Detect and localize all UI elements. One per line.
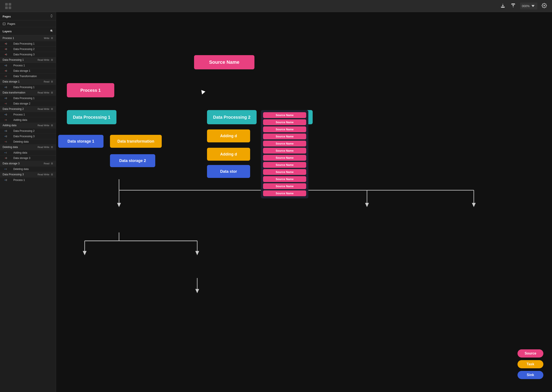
export2-button[interactable] (510, 2, 517, 10)
dropdown-item[interactable]: Source Name (263, 162, 306, 168)
layer-group-dp3-name: Data Processing 3 (3, 173, 24, 176)
layer-item[interactable]: Data Transformation (0, 73, 56, 79)
pages-item[interactable]: Pages (0, 21, 56, 27)
layer-item[interactable]: Data Processing 2 (0, 46, 56, 52)
layer-item[interactable]: Data Processing 2 (0, 128, 56, 133)
layer-item[interactable]: Data Processing 3 (0, 52, 56, 57)
dropdown-item[interactable]: Source Name (263, 141, 306, 147)
dropdown-item[interactable]: Source Name (263, 133, 306, 139)
svg-rect-3 (9, 7, 11, 9)
dropdown-item[interactable]: Source Name (263, 155, 306, 161)
layer-group-process1[interactable]: Process 1 Write (0, 35, 56, 41)
layer-group-process1-name: Process 1 (3, 37, 14, 40)
layer-item[interactable]: Deleting data (0, 166, 56, 172)
dp1-node: Data Processing 1 (67, 110, 116, 124)
canvas: Source Name Process 1 Data Processing 1 … (56, 12, 552, 392)
source-dropdown: Source Name Source Name Source Name Sour… (261, 110, 308, 198)
collapse-pages-button[interactable] (50, 14, 53, 19)
addingd1-node: Adding d (207, 129, 250, 142)
layer-group-dataprocessing1[interactable]: Data Processing 1 Read Write (0, 57, 56, 63)
pages-item-label: Pages (7, 22, 15, 25)
layer-group-deletingdata[interactable]: Deleting data Read Write (0, 144, 56, 150)
datastorage1-node: Data storage 1 (58, 135, 103, 148)
dropdown-item[interactable]: Source Name (263, 176, 306, 182)
layer-group-dp2-badge: Read Write (37, 108, 53, 110)
svg-rect-7 (6, 54, 7, 55)
layer-group-process1-badge: Write (44, 37, 53, 39)
zoom-display[interactable]: 000% (520, 3, 537, 9)
topbar: 000% (0, 0, 552, 12)
layer-item[interactable]: Data storage 2 (0, 101, 56, 106)
legend-task: Task (517, 360, 543, 368)
legend: Source Task Sink (517, 349, 543, 379)
svg-rect-12 (6, 114, 7, 115)
layer-item-dp3: Data Processing 3 (13, 53, 53, 56)
svg-rect-13 (6, 130, 7, 132)
layer-group-dp2[interactable]: Data Processing 2 Read Write (0, 106, 56, 112)
dropdown-item[interactable]: Source Name (263, 169, 306, 175)
layer-item[interactable]: Process 1 (0, 177, 56, 183)
diagram: Source Name Process 1 Data Processing 1 … (56, 12, 552, 392)
layer-group-dt-badge: Read Write (37, 91, 53, 94)
layer-item-dp2: Data Processing 2 (13, 48, 53, 51)
layer-item-process1c: Process 1 (13, 179, 53, 182)
layer-item-datatransform: Data Transformation (13, 75, 53, 78)
layer-group-dd-name: Deleting data (3, 146, 18, 149)
dropdown-item[interactable]: Source Name (263, 190, 306, 196)
svg-rect-14 (6, 136, 7, 137)
layer-item-dp1c: Data Processing 1 (13, 97, 53, 100)
datatransform-node: Data transformation (110, 135, 162, 148)
zoom-value: 000% (522, 4, 530, 8)
layer-group-datastorage1[interactable]: Data storage 1 Read (0, 79, 56, 84)
layer-group-addingdata[interactable]: Adding data Read Write (0, 123, 56, 128)
svg-rect-11 (6, 98, 7, 99)
layer-item[interactable]: Adding data (0, 117, 56, 123)
layer-item-datastorage3: Data storage 3 (13, 157, 53, 160)
layer-group-ds1-name: Data storage 1 (3, 80, 20, 83)
legend-sink: Sink (517, 371, 543, 379)
dropdown-item[interactable]: Source Name (263, 183, 306, 189)
legend-source: Source (517, 349, 543, 357)
add-page-button[interactable] (45, 14, 48, 19)
layer-item-dp3b: Data Processing 3 (13, 135, 53, 138)
dropdown-item[interactable]: Source Name (263, 148, 306, 154)
layer-group-dt-name: Data transformation (3, 91, 25, 94)
settings-button[interactable] (541, 2, 548, 10)
layers-title: Layers (3, 30, 12, 33)
svg-marker-29 (83, 251, 87, 255)
layer-group-ad-name: Adding data (3, 124, 16, 127)
export-button[interactable] (499, 2, 506, 10)
layer-group-dp3[interactable]: Data Processing 3 Read Write (0, 172, 56, 177)
layer-item[interactable]: Data Processing 1 (0, 84, 56, 90)
layer-item[interactable]: Data Processing 1 (0, 95, 56, 101)
search-layers-button[interactable] (50, 29, 53, 33)
layer-group-ds3-name: Data storage 3 (3, 162, 20, 165)
dp2-node: Data Processing 2 (207, 110, 257, 124)
layer-group-dp1-badge: Read Write (37, 59, 53, 61)
layer-item[interactable]: Deleting data (0, 139, 56, 144)
layer-group-dp1-name: Data Processing 1 (3, 58, 24, 61)
svg-rect-15 (6, 157, 7, 159)
layer-item[interactable]: Process 1 (0, 63, 56, 68)
layer-item-dp2b: Data Processing 2 (13, 129, 53, 133)
layer-item[interactable]: Data storage 3 (0, 155, 56, 161)
layer-item-dp1: Data Processing 1 (13, 42, 53, 45)
layer-group-ad-badge: Read Write (37, 124, 53, 127)
dropdown-item[interactable]: Source Name (263, 126, 306, 132)
layer-item[interactable]: Adding data (0, 150, 56, 155)
source-name-node: Source Name (194, 55, 254, 69)
layer-group-datastorage3[interactable]: Data storage 3 Read (0, 161, 56, 166)
layer-item[interactable]: Data Processing 1 (0, 41, 56, 46)
layer-group-datatransform[interactable]: Data transformation Read Write (0, 90, 56, 95)
layer-item-dp1b: Data Processing 1 (13, 86, 53, 89)
dropdown-item[interactable]: Source Name (263, 119, 306, 125)
layer-item[interactable]: Data Processing 3 (0, 133, 56, 139)
layer-item[interactable]: Data storage 1 (0, 68, 56, 73)
svg-point-4 (50, 30, 52, 31)
layer-group-dp3-badge: Read Write (37, 173, 53, 176)
layer-item[interactable]: Process 1 (0, 112, 56, 117)
layer-group-ds3-badge: Read (44, 162, 53, 165)
datastorage2-node: Data storage 2 (110, 154, 155, 167)
dropdown-item[interactable]: Source Name (263, 112, 306, 118)
svg-rect-2 (5, 7, 8, 9)
